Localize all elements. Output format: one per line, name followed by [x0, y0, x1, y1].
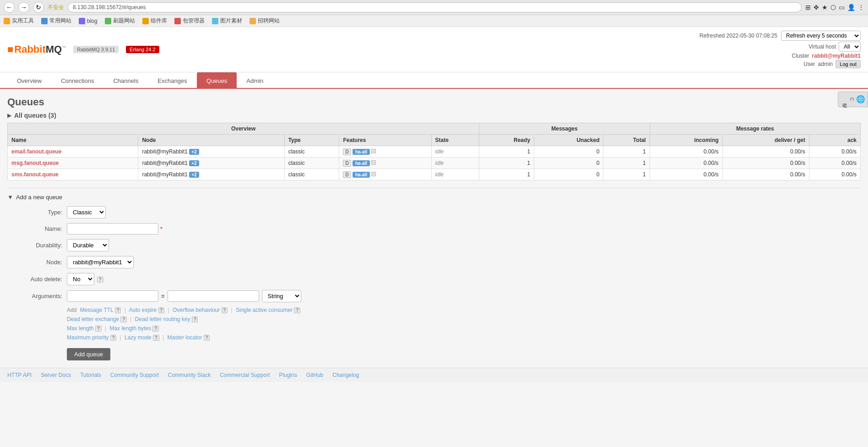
bookmark-baoguanliji[interactable]: 包管理器 — [174, 17, 205, 25]
name-input[interactable] — [67, 223, 158, 234]
arg-link-dead-letter-routing-key[interactable]: Dead letter routing key — [135, 316, 190, 322]
auto-delete-help-button[interactable]: ? — [97, 277, 103, 283]
dead-letter-exchange-help-button[interactable]: ? — [120, 316, 127, 322]
overview-group-header: Overview — [8, 123, 479, 135]
back-button[interactable]: ← — [4, 2, 15, 13]
user-row: User admin Log out — [803, 60, 861, 68]
type-select[interactable]: Classic Quorum — [67, 206, 106, 218]
arg-link-auto-expire[interactable]: Auto expire — [129, 307, 157, 313]
refreshed-timestamp: Refreshed 2022-05-30 07:08:25 — [700, 33, 777, 39]
master-locator-help-button[interactable]: ? — [204, 335, 210, 341]
table-row: email.fanout.queue rabbit@myRabbit1 +2 c… — [8, 146, 861, 158]
arg-type-select[interactable]: String Number Boolean — [262, 290, 301, 302]
footer-link-plugins[interactable]: Plugins — [279, 372, 297, 378]
footer-link-http-api[interactable]: HTTP API — [7, 372, 32, 378]
durability-select[interactable]: Durable Transient — [67, 239, 109, 251]
arguments-label: Arguments: — [7, 293, 62, 300]
queue-unacked-email: 0 — [534, 146, 603, 158]
name-row: Name: * — [7, 223, 861, 234]
submit-row: Add queue — [7, 348, 861, 360]
queue-incoming-email: 0.00/s — [650, 146, 722, 158]
queue-name-sms[interactable]: sms.fanout.queue — [8, 169, 138, 180]
queue-name-email[interactable]: email.fanout.queue — [8, 146, 138, 158]
arg-link-maximum-priority[interactable]: Maximum priority — [67, 334, 108, 341]
sq-badge — [371, 149, 376, 153]
arg-link-max-length-bytes[interactable]: Max length bytes — [109, 325, 151, 332]
forward-button[interactable]: → — [18, 2, 29, 13]
plus2-badge[interactable]: +2 — [189, 172, 199, 178]
auto-expire-help-button[interactable]: ? — [158, 307, 165, 313]
plus2-badge[interactable]: +2 — [189, 149, 199, 155]
add-queue-section: ▼ Add a new queue Type: Classic Quorum N… — [7, 188, 861, 360]
arg-link-master-locator[interactable]: Master locator — [167, 334, 202, 341]
tab-connections[interactable]: Connections — [51, 72, 103, 89]
bookmark-zujianjian[interactable]: 组件库 — [142, 17, 167, 25]
bookmark-blog[interactable]: blog — [79, 17, 98, 25]
tab-queues[interactable]: Queues — [197, 72, 237, 89]
arg-link-dead-letter-exchange[interactable]: Dead letter exchange — [67, 316, 119, 322]
message-ttl-help-button[interactable]: ? — [115, 307, 121, 313]
tab-admin[interactable]: Admin — [237, 72, 273, 89]
node-label: Node: — [7, 259, 62, 266]
plus2-badge[interactable]: +2 — [189, 160, 199, 166]
queue-deliver-msg: 0.00/s — [722, 158, 809, 169]
dead-letter-routing-key-help-button[interactable]: ? — [192, 316, 198, 322]
footer-link-community-support[interactable]: Community Support — [110, 372, 159, 378]
side-panel[interactable]: 🌐 C 笔记 — [838, 92, 868, 107]
bookmark-shuati[interactable]: 刷题网站 — [105, 17, 135, 25]
add-args-row-2: Dead letter exchange ? | Dead letter rou… — [67, 316, 861, 322]
queue-unacked-sms: 0 — [534, 169, 603, 180]
queue-type-msg: classic — [284, 158, 339, 169]
logout-button[interactable]: Log out — [835, 60, 861, 68]
single-active-help-button[interactable]: ? — [294, 307, 300, 313]
arg-key-input[interactable] — [67, 290, 158, 302]
address-bar: 8.130.28.198:15672/#/queues — [68, 2, 802, 12]
logo-area: ■ RabbitMQ™ RabbitMQ 3.9.11 Erlang 24.2 — [7, 44, 159, 55]
col-features: Features — [339, 135, 431, 146]
auto-delete-select[interactable]: No Yes — [67, 273, 94, 285]
max-length-bytes-help-button[interactable]: ? — [152, 326, 159, 332]
footer-link-changelog[interactable]: Changelog — [332, 372, 359, 378]
add-queue-toggle[interactable]: ▼ Add a new queue — [7, 194, 861, 201]
node-select[interactable]: rabbit@myRabbit1 — [67, 256, 134, 268]
virtual-host-select[interactable]: All — [839, 42, 861, 52]
col-unacked: Unacked — [534, 135, 603, 146]
maximum-priority-help-button[interactable]: ? — [110, 335, 117, 341]
add-queue-button[interactable]: Add queue — [67, 348, 110, 360]
refresh-select[interactable]: Refresh every 5 seconds Refresh every 10… — [781, 31, 861, 41]
bookmark-zhaopin[interactable]: 招聘网站 — [250, 17, 280, 25]
durability-label: Durability: — [7, 242, 62, 249]
reload-button[interactable]: ↻ — [33, 2, 44, 13]
max-length-help-button[interactable]: ? — [95, 326, 102, 332]
tab-exchanges[interactable]: Exchanges — [148, 72, 196, 89]
arg-value-input[interactable] — [168, 290, 259, 302]
arg-link-overflow-behaviour[interactable]: Overflow behaviour — [173, 307, 220, 313]
bookmark-shiyong[interactable]: 实用工具 — [4, 17, 34, 25]
footer-link-community-slack[interactable]: Community Slack — [168, 372, 211, 378]
arg-link-lazy-mode[interactable]: Lazy mode — [125, 334, 152, 341]
footer-link-server-docs[interactable]: Server Docs — [41, 372, 71, 378]
all-queues-section-header[interactable]: ▶ All queues (3) — [7, 112, 861, 119]
page-title: Queues — [7, 96, 861, 108]
arg-link-message-ttl[interactable]: Message TTL — [80, 307, 114, 313]
queue-node-sms: rabbit@myRabbit1 +2 — [138, 169, 284, 180]
queue-incoming-sms: 0.00/s — [650, 169, 722, 180]
tab-channels[interactable]: Channels — [103, 72, 148, 89]
queue-name-msg[interactable]: msg.fanout.queue — [8, 158, 138, 169]
tab-overview[interactable]: Overview — [7, 72, 51, 89]
bookmark-changyong[interactable]: 常用网站 — [41, 17, 71, 25]
arg-link-max-length[interactable]: Max length — [67, 325, 94, 332]
queue-state-msg: idle — [431, 158, 479, 169]
browser-icons: ⊞ ✥ ★ ⬡ ▭ 👤 ⋮ — [805, 4, 864, 11]
queue-ack-email: 0.00/s — [809, 146, 860, 158]
add-queue-toggle-label: Add a new queue — [16, 194, 62, 201]
bookmark-tupian[interactable]: 图片素材 — [212, 17, 242, 25]
arg-link-single-active-consumer[interactable]: Single active consumer — [236, 307, 293, 313]
footer-link-tutorials[interactable]: Tutorials — [80, 372, 101, 378]
lazy-mode-help-button[interactable]: ? — [153, 335, 159, 341]
queue-ack-sms: 0.00/s — [809, 169, 860, 180]
footer-link-commercial-support[interactable]: Commercial Support — [220, 372, 270, 378]
refresh-row: Refreshed 2022-05-30 07:08:25 Refresh ev… — [700, 31, 861, 41]
overflow-help-button[interactable]: ? — [222, 307, 228, 313]
footer-link-github[interactable]: GitHub — [306, 372, 323, 378]
